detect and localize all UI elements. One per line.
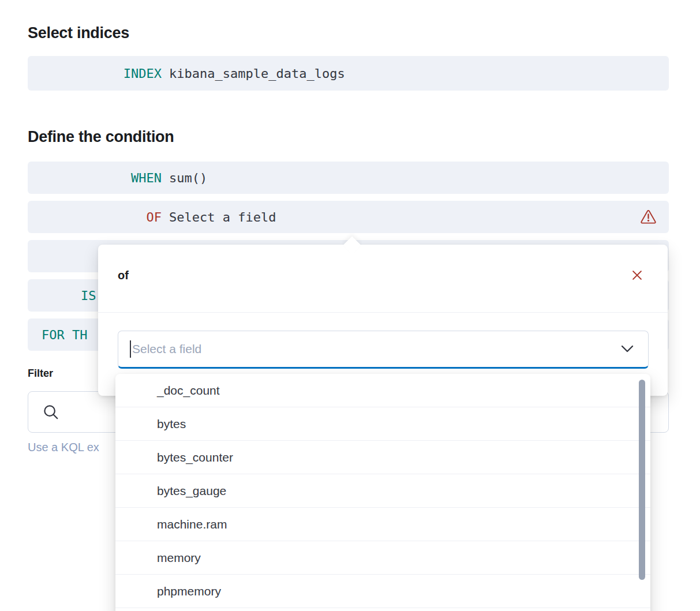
field-combobox[interactable]: Select a field <box>118 331 649 369</box>
field-option[interactable]: bytes_counter <box>115 441 650 474</box>
alert-rule-editor: Select indices INDEX kibana_sample_data_… <box>0 0 700 611</box>
field-option[interactable]: machine.ram <box>115 508 650 541</box>
for-the-last-keyword: FOR TH <box>42 328 87 342</box>
index-expression-button[interactable]: INDEX kibana_sample_data_logs <box>28 56 669 91</box>
field-option-label: bytes_counter <box>157 451 233 464</box>
is-keyword: IS <box>81 288 96 303</box>
index-keyword: INDEX <box>28 66 162 81</box>
filter-label: Filter <box>28 368 53 380</box>
warning-triangle-icon <box>641 210 656 224</box>
when-expression-button[interactable]: WHEN sum() <box>28 162 669 194</box>
field-option[interactable]: bytes_gauge <box>115 474 650 508</box>
field-option[interactable]: bytes <box>115 407 650 441</box>
field-option-label: memory <box>157 551 201 565</box>
field-option[interactable]: memory <box>115 541 650 575</box>
field-option-label: machine.ram <box>157 518 227 531</box>
scrollbar-thumb[interactable] <box>639 380 645 580</box>
when-value: sum() <box>169 171 207 185</box>
popover-header: of <box>98 245 668 313</box>
field-option[interactable]: _doc_count <box>115 374 650 407</box>
chevron-down-icon[interactable] <box>620 344 634 354</box>
index-value: kibana_sample_data_logs <box>169 66 345 81</box>
define-condition-title: Define the condition <box>28 128 174 146</box>
of-expression-button[interactable]: OF Select a field <box>28 201 669 233</box>
search-icon <box>42 403 59 421</box>
popover-title: of <box>118 269 129 282</box>
field-options: _doc_count bytes bytes_counter bytes_gau… <box>115 374 650 608</box>
field-options-list: _doc_count bytes bytes_counter bytes_gau… <box>115 374 650 611</box>
kql-hint-text: Use a KQL ex <box>28 441 99 454</box>
of-keyword: OF <box>28 210 162 224</box>
field-option-label: phpmemory <box>157 584 221 598</box>
text-cursor <box>130 340 131 358</box>
combobox-placeholder: Select a field <box>132 342 620 356</box>
close-icon[interactable] <box>631 269 643 282</box>
field-option[interactable]: phpmemory <box>115 575 650 608</box>
of-popover: of Select a field <box>98 245 668 396</box>
select-indices-title: Select indices <box>28 24 129 42</box>
when-keyword: WHEN <box>28 171 162 185</box>
field-option-label: bytes <box>157 417 186 431</box>
field-option-label: bytes_gauge <box>157 484 226 498</box>
field-option-label: _doc_count <box>157 384 220 398</box>
of-value: Select a field <box>169 210 276 224</box>
